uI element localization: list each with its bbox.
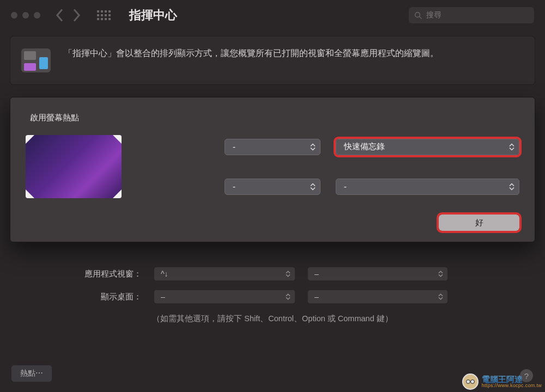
chevron-up-down-icon — [438, 271, 443, 277]
chevron-up-down-icon — [438, 293, 443, 300]
nav-arrows — [56, 9, 81, 21]
watermark: 電腦王阿達 https://www.kocpc.com.tw — [462, 373, 542, 390]
search-icon — [414, 11, 422, 19]
zoom-icon[interactable] — [34, 12, 40, 19]
corner-top-left-select[interactable]: - — [225, 139, 320, 155]
mission-control-icon — [21, 48, 51, 72]
hot-corners-button[interactable]: 熱點⋯ — [11, 365, 52, 382]
watermark-avatar-icon — [462, 373, 479, 390]
watermark-url: https://www.kocpc.com.tw — [482, 383, 542, 388]
show-desktop-mouse-select[interactable]: – — [307, 290, 448, 304]
display-preview — [26, 135, 122, 198]
app-windows-mouse-select[interactable]: – — [307, 267, 448, 281]
ok-button[interactable]: 好 — [439, 215, 519, 231]
svg-line-1 — [420, 17, 422, 19]
background-settings: 應用程式視窗： ^↓ – 顯示桌面： – – — [16, 267, 529, 324]
corner-bottom-right-select[interactable]: - — [336, 179, 519, 195]
app-windows-label: 應用程式視窗： — [16, 269, 142, 279]
modifier-hint: （如需其他選項，請按下 Shift、Control、Option 或 Comma… — [16, 314, 529, 324]
chevron-up-down-icon — [286, 271, 290, 277]
chevron-up-down-icon — [286, 293, 290, 300]
show-desktop-label: 顯示桌面： — [16, 292, 142, 302]
hot-corners-sheet: 啟用螢幕熱點 - 快速備忘錄 - - — [10, 97, 535, 242]
sheet-title: 啟用螢幕熱點 — [30, 113, 519, 123]
forward-icon[interactable] — [73, 9, 81, 21]
chevron-up-down-icon — [509, 143, 514, 151]
close-icon[interactable] — [11, 12, 17, 19]
corner-bottom-left-select[interactable]: - — [225, 179, 320, 195]
description-text: 「指揮中心」會以整合的排列顯示方式，讓您概覽所有已打開的視窗和全螢幕應用程式的縮… — [64, 46, 439, 60]
grid-icon[interactable] — [97, 10, 111, 20]
chevron-up-down-icon — [310, 143, 316, 151]
toolbar: 指揮中心 搜尋 — [0, 0, 545, 30]
app-windows-shortcut-select[interactable]: ^↓ — [154, 267, 295, 281]
corner-top-right-select[interactable]: 快速備忘錄 — [336, 139, 519, 155]
description-panel: 「指揮中心」會以整合的排列顯示方式，讓您概覽所有已打開的視窗和全螢幕應用程式的縮… — [10, 36, 535, 85]
back-icon[interactable] — [56, 9, 63, 21]
window-controls[interactable] — [11, 12, 40, 19]
minimize-icon[interactable] — [22, 12, 29, 19]
chevron-up-down-icon — [310, 183, 316, 191]
page-title: 指揮中心 — [129, 7, 177, 23]
watermark-name: 電腦王阿達 — [482, 375, 542, 383]
chevron-up-down-icon — [509, 183, 514, 191]
search-placeholder: 搜尋 — [426, 10, 441, 20]
show-desktop-shortcut-select[interactable]: – — [154, 290, 295, 304]
search-input[interactable]: 搜尋 — [409, 7, 534, 23]
